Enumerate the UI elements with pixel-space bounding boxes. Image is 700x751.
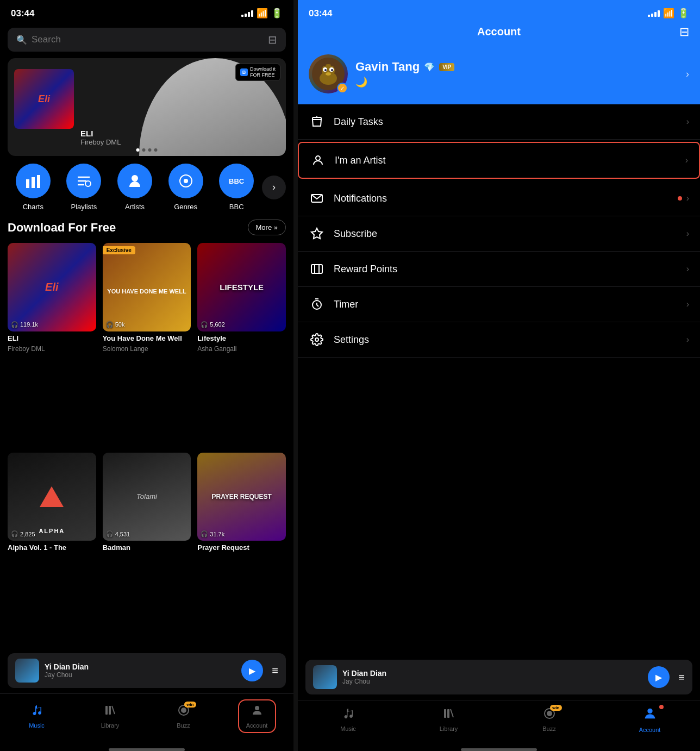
music-nav-icon xyxy=(30,704,43,720)
hero-album-art: Eli xyxy=(14,69,74,129)
right-library-label: Library xyxy=(440,725,458,732)
charts-icon-circle xyxy=(16,164,51,198)
account-notification-dot xyxy=(659,705,664,709)
eli-title: ELI xyxy=(8,334,96,343)
daily-tasks-label: Daily Tasks xyxy=(334,116,686,128)
right-account-nav-icon xyxy=(642,706,658,724)
reward-points-label: Reward Points xyxy=(334,264,686,275)
right-nav-buzz[interactable]: win Buzz xyxy=(530,707,568,732)
menu-item-reward-points[interactable]: Reward Points › xyxy=(298,252,700,287)
left-np-art xyxy=(15,659,39,683)
profile-section[interactable]: ✓ Gavin Tang 💎 VIP 🌙 › xyxy=(298,46,700,104)
lifestyle-art: LIFESTYLE 🎧5,602 xyxy=(197,243,286,331)
right-queue-button[interactable]: ≡ xyxy=(678,671,685,684)
left-nav-account[interactable]: Account xyxy=(238,699,276,733)
category-charts[interactable]: Charts xyxy=(8,164,59,211)
alpha-title: Alpha Vol. 1 - The xyxy=(8,543,96,552)
music-card-eli[interactable]: Eli 🎧119.1k ELI Fireboy DML xyxy=(8,243,96,446)
search-bar[interactable]: 🔍 ⊟ xyxy=(8,28,286,52)
left-np-info: Yi Dian Dian Jay Chou xyxy=(45,662,236,679)
hero-banner[interactable]: Eli ELI Fireboy DML B Download itFOR FRE… xyxy=(8,58,286,156)
svg-point-22 xyxy=(324,69,327,71)
left-nav-music[interactable]: Music xyxy=(18,704,56,729)
category-genres[interactable]: Genres xyxy=(160,164,211,211)
right-play-button[interactable]: ▶ xyxy=(648,666,670,688)
dot-1 xyxy=(136,148,140,152)
done-me-well-title: You Have Done Me Well xyxy=(103,334,191,343)
right-scan-icon[interactable]: ⊟ xyxy=(679,25,689,39)
dot-2 xyxy=(142,148,146,152)
lifestyle-title: Lifestyle xyxy=(197,334,286,343)
left-play-button[interactable]: ▶ xyxy=(241,660,263,681)
left-queue-button[interactable]: ≡ xyxy=(272,665,278,677)
svg-rect-27 xyxy=(311,265,322,273)
right-library-nav-icon xyxy=(442,707,455,723)
menu-item-notifications[interactable]: Notifications › xyxy=(298,181,700,216)
svg-point-24 xyxy=(326,72,331,76)
right-status-icons: 📶 🔋 xyxy=(648,8,689,19)
right-nav-account[interactable]: Account xyxy=(631,706,669,733)
svg-point-34 xyxy=(647,709,652,714)
download-section-header: Download For Free More » xyxy=(0,220,293,243)
category-bbc[interactable]: BBC BBC xyxy=(211,164,262,211)
category-playlists[interactable]: Playlists xyxy=(59,164,110,211)
scan-icon[interactable]: ⊟ xyxy=(268,33,277,46)
left-buzz-label: Buzz xyxy=(177,722,190,729)
right-home-indicator xyxy=(461,748,537,751)
settings-icon xyxy=(309,333,325,346)
svg-point-6 xyxy=(85,181,91,186)
right-now-playing[interactable]: Yi Dian Dian Jay Chou ▶ ≡ xyxy=(305,660,692,694)
menu-item-artist[interactable]: I'm an Artist › xyxy=(298,142,700,179)
signal-icon xyxy=(241,10,253,17)
lifestyle-artist: Asha Gangali xyxy=(197,345,286,353)
right-np-artist: Jay Chou xyxy=(342,678,642,685)
right-buzz-label: Buzz xyxy=(542,725,555,732)
right-nav-library[interactable]: Library xyxy=(430,707,468,732)
music-card-lifestyle[interactable]: LIFESTYLE 🎧5,602 Lifestyle Asha Gangali xyxy=(197,243,286,446)
notifications-dot xyxy=(678,196,682,201)
music-card-done-me-well[interactable]: Exclusive YOU HAVE DONE ME WELL 🎧50k You… xyxy=(103,243,191,446)
notifications-icon xyxy=(309,192,325,205)
hero-artist-name: Fireboy DML xyxy=(80,138,121,146)
badman-play-count: 🎧4,531 xyxy=(106,530,130,537)
left-nav-buzz[interactable]: win Buzz xyxy=(165,704,203,729)
right-np-title: Yi Dian Dian xyxy=(342,669,642,678)
lifestyle-play-count: 🎧5,602 xyxy=(201,321,225,328)
right-nav-music[interactable]: Music xyxy=(329,707,367,732)
categories-more-button[interactable]: › xyxy=(262,176,286,199)
left-bottom-nav: Music Library win Buzz Account xyxy=(0,693,293,746)
timer-arrow: › xyxy=(686,299,689,309)
category-artists[interactable]: Artists xyxy=(109,164,160,211)
boomplay-badge: B Download itFOR FREE xyxy=(235,64,280,81)
daily-tasks-arrow: › xyxy=(686,117,689,127)
library-nav-icon xyxy=(104,704,117,720)
menu-item-settings[interactable]: Settings › xyxy=(298,322,700,358)
svg-rect-30 xyxy=(444,709,446,718)
svg-rect-2 xyxy=(37,175,40,188)
music-card-prayer[interactable]: PRAYER REQUEST 🎧31.7k Prayer Request xyxy=(197,453,286,648)
music-grid: Eli 🎧119.1k ELI Fireboy DML Exclusive YO… xyxy=(0,243,293,648)
left-nav-library[interactable]: Library xyxy=(91,704,129,729)
music-card-badman[interactable]: Tolami 🎧4,531 Badman xyxy=(103,453,191,648)
charts-label: Charts xyxy=(23,203,43,211)
menu-item-timer[interactable]: Timer › xyxy=(298,287,700,322)
right-music-nav-icon xyxy=(342,707,355,723)
daily-tasks-icon xyxy=(309,115,325,128)
left-now-playing[interactable]: Yi Dian Dian Jay Chou ▶ ≡ xyxy=(8,653,286,688)
left-status-icons: 📶 🔋 xyxy=(241,8,283,19)
notifications-label: Notifications xyxy=(334,193,678,204)
eli-art: Eli 🎧119.1k xyxy=(8,243,96,331)
more-button[interactable]: More » xyxy=(248,220,286,235)
menu-item-subscribe[interactable]: Subscribe › xyxy=(298,216,700,252)
svg-point-25 xyxy=(316,156,320,160)
menu-item-daily-tasks[interactable]: Daily Tasks › xyxy=(298,104,700,140)
bbc-label: BBC xyxy=(229,203,244,211)
prayer-art: PRAYER REQUEST 🎧31.7k xyxy=(197,453,286,541)
search-input[interactable] xyxy=(32,34,264,45)
left-status-bar: 03:44 📶 🔋 xyxy=(0,0,293,23)
done-me-well-play-count: 🎧50k xyxy=(106,321,125,328)
music-card-alpha[interactable]: ALPHA 🎧2,825 Alpha Vol. 1 - The xyxy=(8,453,96,648)
diamond-icon: 💎 xyxy=(424,62,435,72)
artists-icon-circle xyxy=(117,164,152,198)
battery-icon: 🔋 xyxy=(271,8,283,19)
